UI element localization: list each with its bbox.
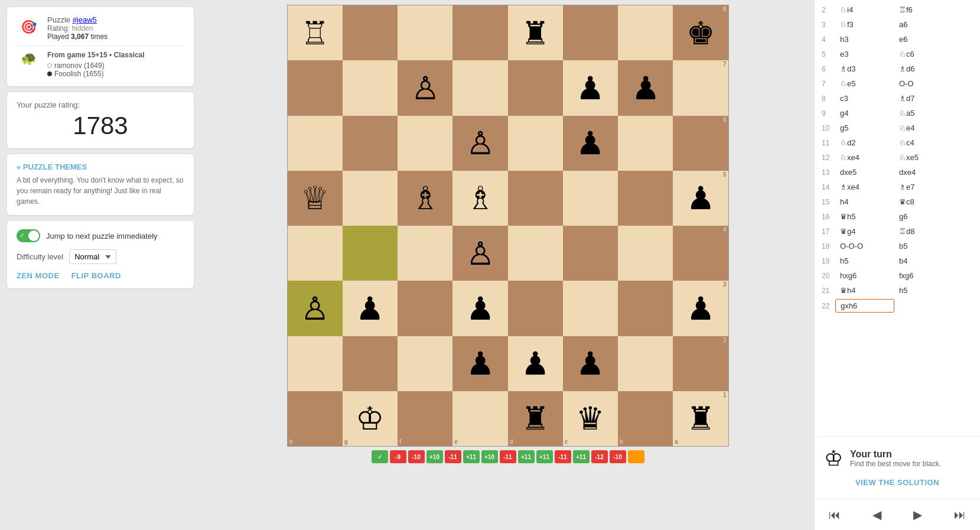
square[interactable]: ♕ [288,171,343,226]
square[interactable]: ♟ [563,116,618,171]
eval-bar-item[interactable]: -11 [500,450,516,463]
square[interactable] [563,5,618,60]
square[interactable] [398,5,452,60]
square[interactable] [618,336,673,391]
chess-piece[interactable]: ♜ [686,402,715,434]
move-black[interactable]: ♖d8 [894,225,953,238]
chess-piece[interactable]: ♙ [301,292,329,324]
chess-piece[interactable]: ♗ [411,182,439,214]
move-white[interactable]: gxh6 [835,299,894,313]
square[interactable] [343,336,398,391]
square[interactable]: c♛ [563,391,618,446]
eval-bar-item[interactable]: +10 [426,450,443,463]
square[interactable] [288,60,343,115]
square[interactable]: 3♟ [673,281,728,336]
eval-bar-item[interactable]: -9 [390,450,406,463]
chess-piece[interactable]: ♟ [686,292,715,324]
square[interactable] [398,226,452,281]
square[interactable] [618,281,673,336]
square[interactable] [288,336,343,391]
square[interactable]: 8♚ [673,5,728,60]
move-white[interactable]: ♘xe4 [835,151,894,164]
chess-piece[interactable]: ♟ [631,72,660,104]
zen-mode-button[interactable]: ZEN MODE [17,271,60,280]
square[interactable]: b [618,391,673,446]
chess-piece[interactable]: ♟ [576,127,604,159]
move-white[interactable]: O-O-O [835,240,894,252]
move-white[interactable]: g4 [835,107,894,119]
chess-piece[interactable]: ♕ [301,182,329,214]
square[interactable]: ♗ [398,171,452,226]
nav-last-button[interactable]: ⏭ [949,506,971,524]
square[interactable]: 6 [673,116,728,171]
nav-next-button[interactable]: ▶ [909,505,927,524]
square[interactable] [508,226,563,281]
square[interactable]: ♟ [618,60,673,115]
square[interactable]: 4 [673,226,728,281]
square[interactable]: ♟ [508,336,563,391]
flip-board-button[interactable]: FLIP BOARD [71,271,121,280]
square[interactable] [398,336,452,391]
square[interactable]: e [452,391,507,446]
move-black[interactable]: dxe4 [894,166,953,178]
eval-bar-item[interactable]: -10 [610,450,626,463]
eval-bar-item[interactable]: +10 [481,450,498,463]
move-black[interactable]: a6 [894,18,953,31]
square[interactable]: h [288,391,343,446]
chess-piece[interactable]: ♟ [576,347,604,379]
move-black[interactable]: ♗d6 [894,63,953,75]
move-white[interactable]: ♗xe4 [835,181,894,193]
nav-prev-button[interactable]: ◀ [868,505,886,524]
square[interactable] [452,60,507,115]
move-black[interactable]: ♘c6 [894,48,953,60]
square[interactable]: ♟ [563,60,618,115]
eval-bar-item[interactable]: ✓ [372,450,388,463]
square[interactable] [618,171,673,226]
square[interactable]: f [398,391,452,446]
eval-bar-item[interactable]: +11 [536,450,553,463]
chess-piece[interactable]: ♟ [466,292,494,324]
move-black[interactable]: ♗d7 [894,92,953,105]
square[interactable] [343,226,398,281]
eval-bar-item[interactable] [628,450,644,463]
chess-piece[interactable]: ♙ [411,72,439,104]
chess-piece[interactable]: ♟ [356,292,384,324]
square[interactable]: ♟ [343,281,398,336]
square[interactable] [563,171,618,226]
move-white[interactable]: h5 [835,255,894,267]
move-white[interactable]: ♘e5 [835,77,894,90]
nav-first-button[interactable]: ⏮ [824,506,845,524]
move-black[interactable]: ♗e7 [894,181,953,193]
chess-piece[interactable]: ♖ [301,17,329,49]
move-black[interactable]: h5 [894,284,953,297]
move-white[interactable]: ♛h4 [835,284,894,297]
move-white[interactable]: ♘f3 [835,18,894,31]
move-black[interactable]: g6 [894,210,953,223]
chess-piece[interactable]: ♟ [466,347,494,379]
square[interactable] [343,60,398,115]
square[interactable]: ♟ [563,336,618,391]
chess-piece[interactable]: ♙ [466,238,494,269]
move-black[interactable] [894,304,953,308]
chess-piece[interactable]: ♜ [521,17,549,49]
square[interactable] [288,116,343,171]
move-white[interactable]: ♘d2 [835,136,894,149]
square[interactable]: ♜ [508,5,563,60]
puzzle-id-link[interactable]: #jeaw5 [73,15,97,24]
chess-piece[interactable]: ♟ [686,182,715,214]
move-black[interactable]: ♘e4 [894,122,953,134]
square[interactable]: 7 [673,60,728,115]
square[interactable]: ♙ [398,60,452,115]
square[interactable] [343,171,398,226]
move-black[interactable]: ♘xe5 [894,151,953,164]
square[interactable]: ♖ [288,5,343,60]
themes-header[interactable]: « PUZZLE THEMES [17,162,184,171]
chess-piece[interactable]: ♟ [576,72,604,104]
move-white[interactable]: dxe5 [835,166,894,178]
square[interactable]: 5♟ [673,171,728,226]
eval-bar-item[interactable]: -11 [445,450,461,463]
move-white[interactable]: g5 [835,122,894,134]
square[interactable]: 2 [673,336,728,391]
move-black[interactable]: b5 [894,240,953,252]
move-black[interactable]: fxg6 [894,269,953,282]
